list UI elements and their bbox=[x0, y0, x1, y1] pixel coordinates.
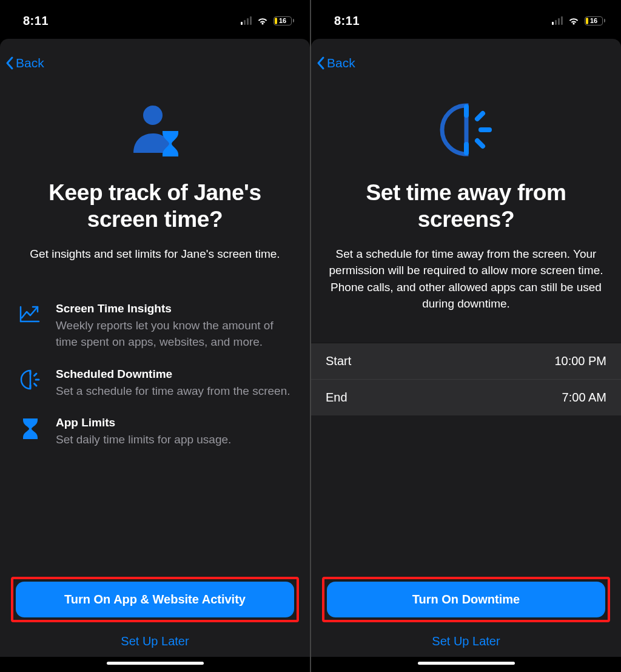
feature-list: Screen Time Insights Weekly reports let … bbox=[0, 268, 310, 448]
battery-indicator: 16 bbox=[585, 16, 605, 25]
chevron-left-icon bbox=[316, 56, 326, 70]
feature-title: App Limits bbox=[56, 416, 292, 429]
chart-icon bbox=[18, 303, 42, 324]
clock-half-icon bbox=[18, 369, 42, 391]
hourglass-icon bbox=[18, 417, 42, 440]
feature-desc: Set daily time limits for app usage. bbox=[56, 432, 292, 448]
clock-half-icon bbox=[436, 99, 497, 160]
feature-insights: Screen Time Insights Weekly reports let … bbox=[18, 302, 292, 350]
schedule-end-value: 7:00 AM bbox=[562, 391, 606, 405]
chevron-left-icon bbox=[5, 56, 15, 70]
schedule-start-row[interactable]: Start 10:00 PM bbox=[311, 343, 621, 380]
svg-line-2 bbox=[35, 374, 37, 376]
turn-on-downtime-button[interactable]: Turn On Downtime bbox=[327, 582, 605, 617]
status-time: 8:11 bbox=[334, 14, 360, 28]
home-indicator[interactable] bbox=[107, 662, 204, 665]
feature-title: Screen Time Insights bbox=[56, 302, 292, 315]
svg-line-9 bbox=[477, 141, 483, 146]
feature-desc: Weekly reports let you know the amount o… bbox=[56, 318, 292, 350]
nav-bar: Back bbox=[0, 47, 310, 75]
schedule-end-label: End bbox=[326, 391, 347, 405]
svg-line-4 bbox=[35, 383, 37, 386]
nav-bar: Back bbox=[311, 47, 621, 75]
highlighted-cta: Turn On Downtime bbox=[322, 577, 610, 622]
schedule-end-row[interactable]: End 7:00 AM bbox=[311, 380, 621, 415]
feature-app-limits: App Limits Set daily time limits for app… bbox=[18, 416, 292, 448]
back-label: Back bbox=[327, 56, 355, 70]
feature-title: Scheduled Downtime bbox=[56, 368, 292, 381]
cellular-signal-icon bbox=[552, 16, 563, 25]
page-title: Set time away from screens? bbox=[328, 180, 604, 234]
downtime-screen: 8:11 16 Back bbox=[311, 0, 621, 672]
home-indicator[interactable] bbox=[418, 662, 515, 665]
status-bar: 8:11 16 bbox=[311, 0, 621, 33]
battery-indicator: 16 bbox=[274, 16, 294, 25]
screen-time-activity-screen: 8:11 16 Back bbox=[0, 0, 310, 672]
schedule-start-value: 10:00 PM bbox=[554, 354, 606, 368]
status-time: 8:11 bbox=[23, 14, 49, 28]
turn-on-activity-button[interactable]: Turn On App & Website Activity bbox=[16, 582, 294, 617]
status-bar: 8:11 16 bbox=[0, 0, 310, 33]
battery-percentage: 16 bbox=[590, 17, 597, 24]
set-up-later-button[interactable]: Set Up Later bbox=[0, 622, 310, 653]
schedule-start-label: Start bbox=[326, 354, 351, 368]
battery-percentage: 16 bbox=[279, 17, 286, 24]
feature-downtime: Scheduled Downtime Set a schedule for ti… bbox=[18, 368, 292, 400]
highlighted-cta: Turn On App & Website Activity bbox=[11, 577, 299, 622]
person-hourglass-icon bbox=[125, 99, 186, 160]
cellular-signal-icon bbox=[241, 16, 252, 25]
set-up-later-button[interactable]: Set Up Later bbox=[311, 622, 621, 653]
schedule-list: Start 10:00 PM End 7:00 AM bbox=[311, 343, 621, 415]
wifi-icon bbox=[568, 16, 580, 25]
back-button[interactable]: Back bbox=[5, 56, 44, 70]
back-button[interactable]: Back bbox=[316, 56, 355, 70]
svg-point-0 bbox=[143, 106, 163, 125]
wifi-icon bbox=[257, 16, 269, 25]
feature-desc: Set a schedule for time away from the sc… bbox=[56, 383, 292, 400]
page-subtitle: Get insights and set limits for Jane's s… bbox=[30, 246, 280, 263]
page-title: Keep track of Jane's screen time? bbox=[17, 180, 293, 234]
svg-line-7 bbox=[477, 113, 483, 119]
back-label: Back bbox=[16, 56, 44, 70]
page-subtitle: Set a schedule for time away from the sc… bbox=[328, 246, 604, 312]
